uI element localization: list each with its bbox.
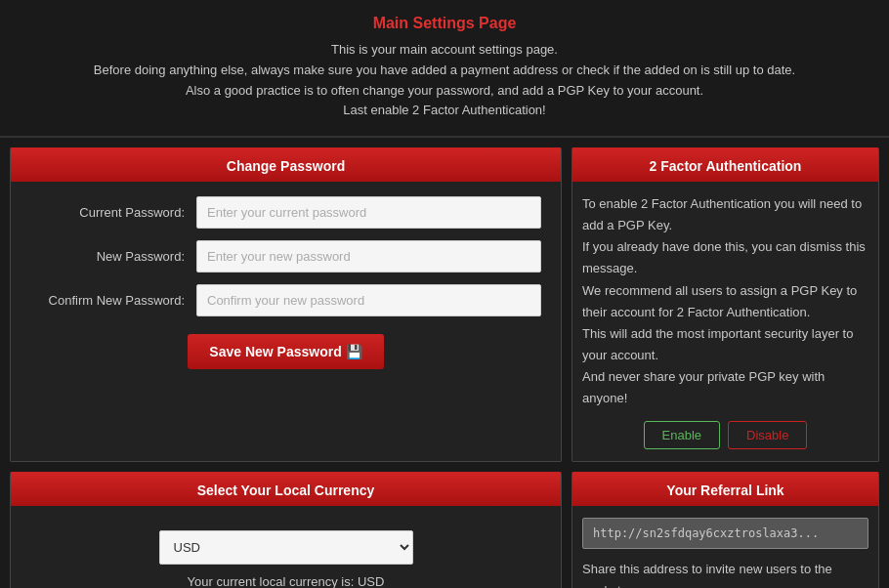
new-password-input[interactable]	[196, 240, 541, 273]
currency-header: Select Your Local Currency	[11, 475, 561, 506]
page-title: Main Settings Page	[20, 15, 869, 32]
new-password-label: New Password:	[30, 249, 196, 264]
twofa-line2: If you already have done this, you can d…	[582, 236, 868, 279]
current-password-row: Current Password:	[30, 196, 541, 229]
save-password-button[interactable]: Save New Password 💾	[188, 334, 383, 369]
current-password-input[interactable]	[196, 196, 541, 229]
referral-link-input[interactable]	[582, 518, 868, 549]
change-password-panel: Change Password Current Password: New Pa…	[10, 147, 562, 462]
bottom-row: Select Your Local Currency USD EUR GBP A…	[0, 472, 889, 588]
twofa-header: 2 Factor Authentication	[572, 150, 878, 182]
currency-body: USD EUR GBP AUD CAD BTC Your current loc…	[11, 506, 561, 588]
current-password-label: Current Password:	[30, 205, 196, 220]
twofa-line3: We recommend all users to assign a PGP K…	[582, 280, 868, 323]
referral-line1: Share this address to invite new users t…	[582, 559, 868, 588]
referral-panel: Your Referral Link Share this address to…	[572, 472, 879, 588]
change-password-header: Change Password	[11, 150, 561, 182]
confirm-password-row: Confirm New Password:	[30, 284, 541, 316]
header-section: Main Settings Page This is your main acc…	[0, 0, 889, 138]
twofa-line4: This will add the most important securit…	[582, 323, 868, 366]
currency-info: Your current local currency is: USD	[30, 574, 541, 588]
confirm-password-input[interactable]	[196, 284, 541, 316]
new-password-row: New Password:	[30, 240, 541, 273]
header-line3: Also a good practice is to often change …	[20, 81, 869, 102]
twofa-panel: 2 Factor Authentication To enable 2 Fact…	[572, 147, 879, 462]
currency-panel: Select Your Local Currency USD EUR GBP A…	[10, 472, 562, 588]
referral-header: Your Referral Link	[572, 475, 878, 506]
header-line4: Last enable 2 Factor Authentication!	[20, 101, 869, 121]
enable-2fa-button[interactable]: Enable	[644, 421, 720, 449]
currency-select[interactable]: USD EUR GBP AUD CAD BTC	[159, 530, 413, 565]
twofa-buttons: Enable Disable	[582, 421, 868, 449]
confirm-password-label: Confirm New Password:	[30, 293, 196, 308]
disable-2fa-button[interactable]: Disable	[728, 421, 807, 449]
header-line2: Before doing anything else, always make …	[20, 61, 869, 81]
twofa-body: To enable 2 Factor Authentication you wi…	[572, 182, 878, 461]
twofa-line1: To enable 2 Factor Authentication you wi…	[582, 193, 868, 236]
referral-body: Share this address to invite new users t…	[572, 506, 878, 588]
header-line1: This is your main account settings page.	[20, 40, 869, 61]
top-row: Change Password Current Password: New Pa…	[0, 138, 889, 472]
change-password-body: Current Password: New Password: Confirm …	[11, 182, 561, 389]
twofa-line5: And never share your private PGP key wit…	[582, 366, 868, 409]
